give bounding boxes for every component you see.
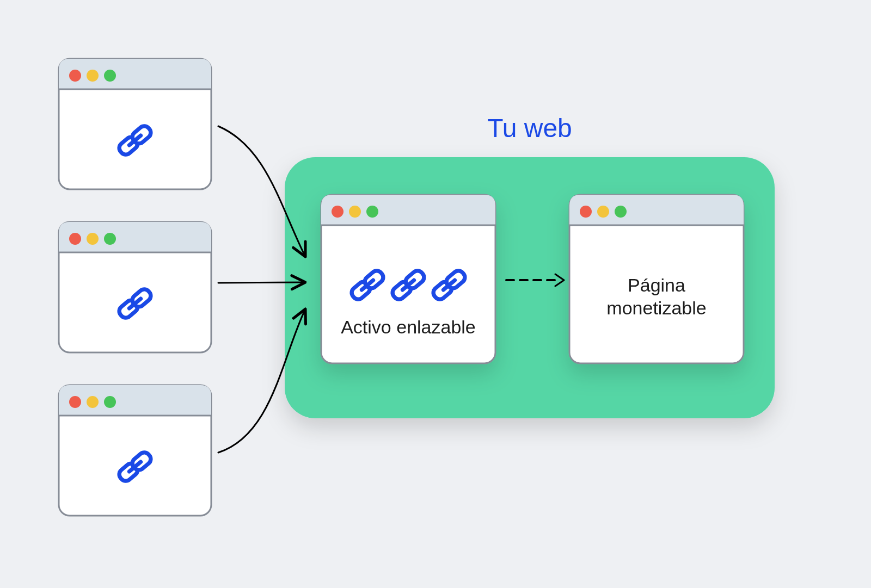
linkable-asset-label: Activo enlazable [341,317,476,337]
svg-point-26 [597,206,609,218]
monetizable-page-label-line2: monetizable [606,298,706,318]
monetizable-page-window: Página monetizable Página monetizable [569,187,744,363]
svg-point-17 [104,396,116,408]
source-window-3 [59,385,211,516]
diagram-canvas: Tu web [0,0,871,588]
svg-point-20 [332,206,344,218]
source-window-1 [59,59,211,189]
your-web-title: Tu web [487,114,572,143]
svg-point-16 [87,396,99,408]
svg-point-10 [69,233,81,245]
svg-point-21 [349,206,361,218]
svg-point-22 [366,206,378,218]
monetizable-page-label-line1: Página [628,275,685,295]
svg-point-6 [87,70,99,82]
svg-point-27 [615,206,627,218]
source-window-2 [59,222,211,352]
svg-point-11 [87,233,99,245]
svg-point-12 [104,233,116,245]
svg-point-15 [69,396,81,408]
svg-point-5 [69,70,81,82]
svg-point-25 [580,206,592,218]
linkable-asset-window: Activo enlazable [321,195,495,363]
svg-point-7 [104,70,116,82]
arrow-source2-to-asset [218,282,305,283]
